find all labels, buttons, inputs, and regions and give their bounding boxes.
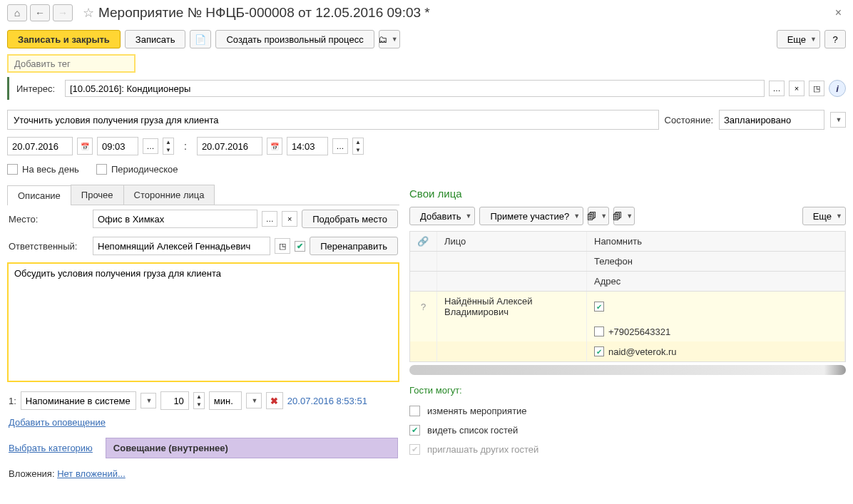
persons-action1-button[interactable]: 🗐▼ (588, 207, 609, 225)
state-select[interactable] (719, 110, 824, 130)
row-phone: +79025643321 (608, 326, 670, 337)
col-phone[interactable]: Телефон (587, 252, 845, 271)
end-time-ellipsis[interactable]: … (332, 138, 348, 154)
start-time-spinner[interactable]: ▲▼ (163, 138, 174, 155)
reminder-time: 20.07.2016 8:53:51 (287, 396, 367, 406)
periodic-checkbox[interactable] (96, 164, 107, 175)
row-phone-cell: +79025643321 (587, 322, 845, 341)
end-time-input[interactable] (287, 137, 328, 155)
attachments-link[interactable]: Нет вложений... (57, 468, 126, 479)
forward-button[interactable]: → (53, 4, 73, 21)
row-status-icon: ? (410, 292, 437, 322)
forward-button[interactable]: Перенаправить (310, 237, 398, 255)
responsible-label: Ответственный: (9, 241, 88, 252)
attend-button[interactable]: Примете участие?▼ (479, 207, 583, 225)
place-ellipsis-button[interactable]: … (262, 211, 277, 227)
reminder-unit-dropdown[interactable]: ▼ (246, 393, 262, 408)
col-remind[interactable]: Напомнить (587, 232, 845, 251)
options-row: На весь день Периодическое (0, 158, 853, 180)
responsible-open-button[interactable]: ◳ (275, 238, 290, 254)
persons-more-button[interactable]: Еще▼ (802, 207, 846, 225)
description-textarea[interactable]: Обсудить условия получения груза для кли… (7, 262, 399, 382)
reminder-num-input[interactable] (160, 391, 189, 410)
attachments-label: Вложения: (9, 468, 55, 479)
interest-open-button[interactable]: ◳ (809, 81, 824, 96)
allday-checkbox[interactable] (7, 164, 18, 175)
tab-description[interactable]: Описание (7, 185, 71, 205)
end-date-input[interactable] (197, 137, 262, 155)
guest-opt-modify[interactable]: изменять мероприятие (409, 401, 846, 421)
col-status-icon: 🔗 (410, 232, 437, 251)
nav-buttons: ⌂ ← → (7, 4, 73, 21)
place-clear-button[interactable]: × (282, 211, 297, 227)
info-icon[interactable]: i (829, 80, 846, 97)
reminder-type-dropdown[interactable]: ▼ (141, 393, 156, 408)
responsible-row: Ответственный: ◳ ✔ Перенаправить (7, 232, 399, 259)
interest-ellipsis-button[interactable]: … (769, 81, 785, 96)
tag-row (0, 54, 853, 77)
pick-place-button[interactable]: Подобрать место (302, 210, 398, 228)
reminder-num-spinner[interactable]: ▲▼ (193, 392, 205, 409)
guest-seelist-label: видеть список гостей (427, 425, 518, 436)
start-time-input[interactable] (97, 137, 138, 155)
col-person[interactable]: Лицо (437, 232, 587, 251)
guest-modify-checkbox[interactable] (409, 406, 420, 416)
place-label: Место: (9, 214, 88, 225)
row-remind-cell: ✔ (587, 292, 845, 322)
add-notification-link[interactable]: Добавить оповещение (9, 417, 106, 428)
interest-input[interactable] (65, 80, 765, 97)
subject-input[interactable] (7, 110, 659, 130)
end-time-spinner[interactable]: ▲▼ (352, 138, 364, 155)
guest-opt-seelist[interactable]: ✔ видеть список гостей (409, 421, 846, 440)
add-person-button[interactable]: Добавить▼ (409, 207, 475, 225)
reminder-unit-select[interactable] (209, 391, 242, 410)
guest-invite-checkbox: ✔ (409, 444, 420, 455)
phone-checkbox[interactable] (594, 326, 604, 336)
titlebar: ⌂ ← → ☆ Мероприятие № НФЦБ-000008 от 12.… (0, 0, 853, 27)
table-row-phone[interactable]: +79025643321 (410, 322, 845, 341)
col-address[interactable]: Адрес (587, 272, 845, 291)
start-date-calendar-icon[interactable]: 📅 (77, 138, 93, 155)
place-input[interactable] (93, 210, 257, 228)
document-icon-button[interactable]: 📄 (190, 30, 211, 48)
end-date-calendar-icon[interactable]: 📅 (267, 138, 282, 155)
table-row[interactable]: ? Найдённый Алексей Владимирович ✔ (410, 292, 845, 322)
allday-option[interactable]: На весь день (7, 164, 79, 175)
main-columns: Описание Прочее Сторонние лица Место: … … (0, 180, 853, 488)
reminder-delete-button[interactable]: ✖ (266, 392, 283, 409)
start-date-input[interactable] (7, 137, 73, 155)
guests-title: Гости могут: (409, 375, 846, 401)
tab-other[interactable]: Прочее (71, 185, 124, 205)
persons-action2-button[interactable]: 🗐▼ (613, 207, 635, 225)
email-checkbox[interactable]: ✔ (594, 346, 604, 356)
favorite-star-icon[interactable]: ☆ (83, 5, 94, 21)
interest-clear-button[interactable]: × (789, 81, 805, 96)
main-toolbar: Записать и закрыть Записать 📄 Создать пр… (0, 27, 853, 54)
add-tag-input[interactable] (7, 54, 136, 73)
back-button[interactable]: ← (30, 4, 50, 21)
tab-external[interactable]: Сторонние лица (123, 185, 215, 205)
table-header: 🔗 Лицо Напомнить (410, 232, 845, 252)
create-process-button[interactable]: Создать произвольный процесс (215, 30, 374, 48)
table-subheader-phone: Телефон (410, 252, 845, 272)
start-time-ellipsis[interactable]: … (143, 138, 158, 154)
state-dropdown-button[interactable]: ▼ (830, 112, 846, 128)
save-and-close-button[interactable]: Записать и закрыть (7, 30, 121, 48)
responsible-input[interactable] (93, 237, 270, 255)
allday-label: На весь день (22, 164, 79, 175)
template-dropdown-button[interactable]: 🗂▼ (379, 30, 400, 48)
more-button[interactable]: Еще▼ (777, 30, 820, 48)
remind-checkbox[interactable]: ✔ (594, 302, 604, 312)
persons-toolbar: Добавить▼ Примете участие?▼ 🗐▼ 🗐▼ Еще▼ (409, 207, 846, 231)
close-icon[interactable]: × (831, 6, 846, 19)
home-button[interactable]: ⌂ (7, 4, 27, 21)
periodic-option[interactable]: Периодическое (96, 164, 178, 175)
table-row-email[interactable]: ✔ naid@veterok.ru (410, 341, 845, 361)
help-button[interactable]: ? (824, 30, 846, 48)
pick-category-link[interactable]: Выбрать категорию (9, 443, 93, 453)
horizontal-scrollbar[interactable] (409, 365, 846, 375)
row-person-name: Найдённый Алексей Владимирович (437, 292, 587, 322)
reminder-type-select[interactable] (21, 391, 136, 410)
save-button[interactable]: Записать (125, 30, 186, 48)
guest-seelist-checkbox[interactable]: ✔ (409, 425, 420, 436)
